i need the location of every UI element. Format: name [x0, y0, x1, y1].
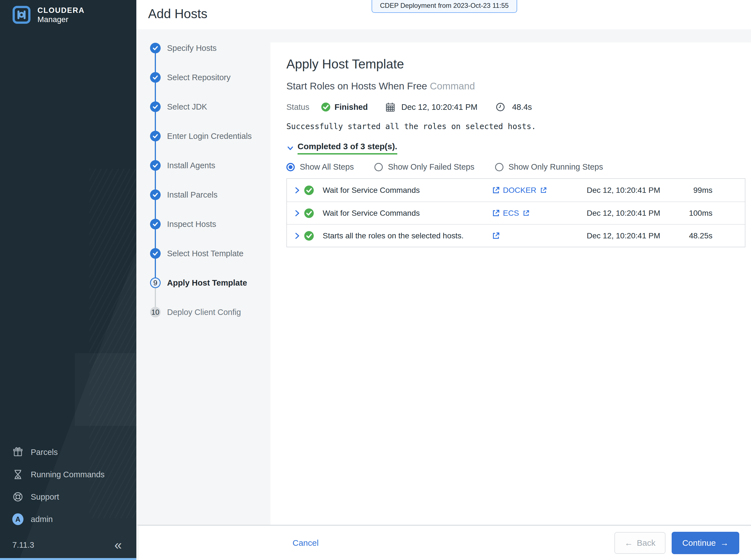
- continue-arrow-icon: →: [720, 538, 729, 548]
- external-link-icon[interactable]: [492, 186, 500, 195]
- step-duration: 100ms: [679, 209, 712, 218]
- external-link-icon[interactable]: [540, 187, 547, 194]
- step-number: 10: [150, 307, 161, 317]
- chevron-down-icon[interactable]: [286, 144, 294, 152]
- step-label: Install Parcels: [167, 189, 218, 200]
- step-check-icon: [150, 189, 161, 200]
- expand-row-icon[interactable]: [294, 187, 300, 194]
- wizard-step-deploy-client-config: 10 Deploy Client Config: [136, 307, 270, 336]
- step-label: Install Agents: [167, 160, 216, 171]
- wizard-step-enter-login-credentials: Enter Login Credentials: [136, 131, 270, 160]
- wizard-step-select-jdk: Select JDK: [136, 101, 270, 131]
- page-title: Add Hosts: [148, 6, 207, 21]
- brand[interactable]: CLOUDERA Manager: [12, 5, 85, 24]
- cancel-button[interactable]: Cancel: [292, 538, 319, 548]
- hourglass-icon: [12, 469, 23, 480]
- radio-icon[interactable]: [286, 163, 295, 171]
- wizard-footer: Cancel ← Back Continue →: [136, 525, 751, 560]
- step-label: Deploy Client Config: [167, 307, 241, 317]
- wizard-step-specify-hosts: Specify Hosts: [136, 43, 270, 72]
- brand-text: CLOUDERA Manager: [37, 6, 85, 24]
- command-name: Start Roles on Hosts When Free: [286, 80, 427, 92]
- version-label: 7.11.3: [12, 540, 34, 549]
- continue-button[interactable]: Continue →: [672, 532, 739, 554]
- step-description: Wait for Service Commands: [323, 209, 492, 218]
- result-message: Successfully started all the roles on se…: [286, 122, 751, 131]
- sidebar-item-support[interactable]: Support: [0, 486, 136, 508]
- sidebar-item-running-commands[interactable]: Running Commands: [0, 463, 136, 486]
- step-label: Enter Login Credentials: [167, 131, 252, 141]
- step-timestamp: Dec 12, 10:20:41 PM: [587, 186, 679, 195]
- brand-line2: Manager: [37, 15, 85, 24]
- step-timestamp: Dec 12, 10:20:41 PM: [587, 209, 679, 218]
- step-label: Select Repository: [167, 72, 230, 83]
- wizard-step-install-agents: Install Agents: [136, 160, 270, 189]
- sidebar-bottom-nav: Parcels Running Commands: [0, 441, 136, 531]
- context-link-cell: [492, 232, 503, 240]
- status-timestamp: Dec 12, 10:20:41 PM: [401, 103, 477, 112]
- app-root: CLOUDERA Manager Parcels: [0, 0, 751, 560]
- command-panel: Apply Host Template Start Roles on Hosts…: [270, 42, 751, 525]
- external-link-icon[interactable]: [492, 209, 500, 217]
- external-link-icon[interactable]: [523, 209, 530, 217]
- radio-icon[interactable]: [374, 163, 383, 171]
- step-duration: 99ms: [679, 186, 712, 195]
- step-description: Wait for Service Commands: [323, 186, 492, 195]
- page-header: Add Hosts CDEP Deployment from 2023-Oct-…: [136, 0, 751, 29]
- step-number: 9: [150, 278, 161, 288]
- command-subtitle: Start Roles on Hosts When Free Command: [286, 80, 751, 92]
- sidebar-item-admin[interactable]: A admin: [0, 508, 136, 531]
- sidebar: CLOUDERA Manager Parcels: [0, 0, 136, 560]
- radio-icon[interactable]: [495, 163, 504, 171]
- deployment-banner[interactable]: CDEP Deployment from 2023-Oct-23 11:55: [371, 0, 517, 13]
- sidebar-item-label: admin: [31, 515, 53, 524]
- step-label: Select JDK: [167, 101, 207, 112]
- step-success-icon: [304, 208, 314, 218]
- service-link[interactable]: DOCKER: [503, 186, 536, 195]
- sidebar-item-label: Running Commands: [31, 470, 104, 479]
- continue-button-label: Continue: [682, 538, 716, 548]
- radio-show-only-running-steps[interactable]: Show Only Running Steps: [495, 162, 603, 172]
- back-button[interactable]: ← Back: [614, 532, 666, 554]
- step-check-icon: [150, 131, 161, 141]
- life-ring-icon: [12, 491, 23, 502]
- collapse-sidebar-icon[interactable]: «: [114, 538, 122, 552]
- sidebar-item-parcels[interactable]: Parcels: [0, 441, 136, 463]
- step-check-icon: [150, 219, 161, 229]
- main-area: Add Hosts CDEP Deployment from 2023-Oct-…: [136, 0, 751, 560]
- step-check-icon: [150, 101, 161, 112]
- expand-row-icon[interactable]: [294, 232, 300, 239]
- step-label: Select Host Template: [167, 248, 244, 259]
- context-link-cell: [492, 186, 503, 195]
- content-row: Specify Hosts Select Repository Select J…: [136, 29, 751, 525]
- sidebar-item-label: Parcels: [31, 448, 58, 457]
- step-label: Inspect Hosts: [167, 219, 216, 229]
- step-duration: 48.25s: [679, 232, 712, 240]
- step-check-icon: [150, 160, 161, 171]
- wizard-step-inspect-hosts: Inspect Hosts: [136, 219, 270, 248]
- radio-show-all-steps[interactable]: Show All Steps: [286, 162, 354, 172]
- back-arrow-icon: ←: [625, 538, 633, 548]
- radio-show-only-failed-steps[interactable]: Show Only Failed Steps: [374, 162, 474, 172]
- service-cell: ECS: [503, 209, 587, 218]
- step-label: Specify Hosts: [167, 43, 217, 53]
- step-filter-radios: Show All Steps Show Only Failed Steps Sh…: [286, 162, 751, 172]
- external-link-icon[interactable]: [492, 232, 500, 240]
- command-suffix: Command: [430, 80, 475, 92]
- service-link[interactable]: ECS: [503, 209, 519, 218]
- radio-label[interactable]: Show All Steps: [300, 162, 354, 172]
- brand-line1: CLOUDERA: [37, 6, 85, 15]
- radio-label[interactable]: Show Only Running Steps: [508, 162, 603, 172]
- step-label: Apply Host Template: [167, 278, 247, 288]
- expand-row-icon[interactable]: [294, 209, 300, 217]
- step-description: Starts all the roles on the selected hos…: [323, 232, 492, 240]
- finished-check-icon: [321, 102, 330, 112]
- status-label: Status: [286, 103, 309, 112]
- step-success-icon: [304, 231, 314, 241]
- wizard-step-install-parcels: Install Parcels: [136, 189, 270, 219]
- status-duration: 48.4s: [512, 103, 532, 112]
- sidebar-footer: 7.11.3 «: [0, 533, 136, 557]
- radio-label[interactable]: Show Only Failed Steps: [388, 162, 474, 172]
- clock-icon: [496, 103, 505, 112]
- gift-icon: [12, 446, 23, 458]
